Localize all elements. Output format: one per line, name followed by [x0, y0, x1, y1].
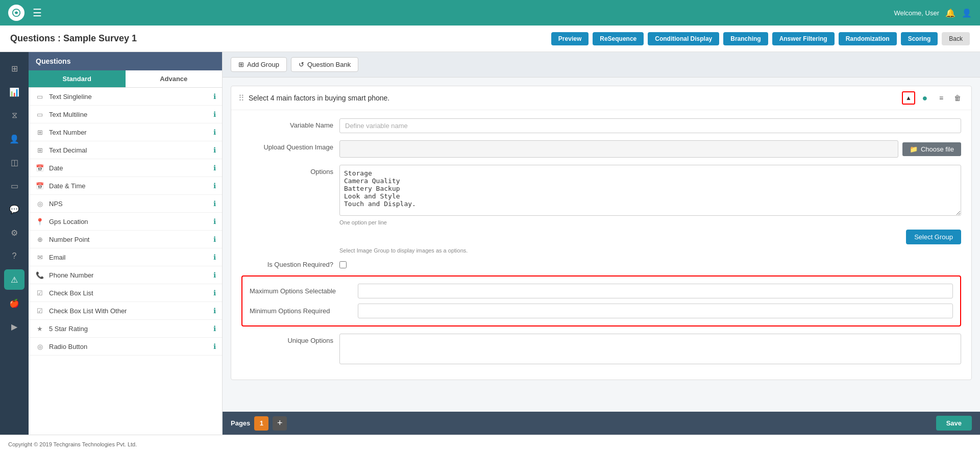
options-label: Options	[241, 165, 333, 175]
unique-options-label: Unique Options	[241, 334, 333, 344]
choose-file-button[interactable]: 📁 Choose file	[902, 142, 961, 156]
question-text: Select 4 main factors in buying smart ph…	[249, 94, 898, 102]
checkbox-other-icon: ☑	[35, 307, 45, 315]
nav-settings[interactable]: ⚙	[4, 222, 24, 243]
info-icon-date[interactable]: ℹ	[213, 164, 216, 172]
gps-label: Gps Location	[49, 218, 209, 225]
question-card: ⠿ Select 4 main factors in buying smart …	[231, 86, 972, 380]
nps-icon: ◎	[35, 200, 45, 208]
collapse-button[interactable]: ▲	[902, 91, 915, 105]
page-1-button[interactable]: 1	[254, 416, 268, 431]
variable-name-input[interactable]	[339, 118, 961, 133]
info-icon-phone[interactable]: ℹ	[213, 271, 216, 279]
nav-user[interactable]: 👤	[4, 129, 24, 149]
min-options-row: Minimum Options Required 4	[250, 304, 953, 318]
question-body: Variable Name Upload Question Image	[231, 110, 971, 380]
options-textarea[interactable]: Storage Camera Quality Battery Backup Lo…	[339, 165, 961, 216]
user-info: Welcome, User 🔔 👤	[894, 8, 972, 18]
copyright-text: Copyright © 2019 Techgrains Technologies…	[8, 441, 137, 447]
radio-icon: ◎	[35, 343, 45, 350]
add-page-button[interactable]: +	[273, 416, 287, 431]
nav-tablet[interactable]: ▭	[4, 175, 24, 196]
list-item[interactable]: ◎ Radio Button ℹ	[29, 338, 222, 356]
nav-reports[interactable]: 📊	[4, 82, 24, 102]
info-icon-decimal[interactable]: ℹ	[213, 146, 216, 154]
text-multiline-icon: ▭	[35, 111, 45, 118]
info-icon-checkbox-other[interactable]: ℹ	[213, 307, 216, 315]
user-avatar-icon[interactable]: 👤	[962, 8, 972, 18]
menu-icon[interactable]: ≡	[935, 91, 948, 105]
back-button[interactable]: Back	[942, 32, 970, 45]
nav-chat[interactable]: 💬	[4, 199, 24, 219]
nav-help[interactable]: ?	[4, 246, 24, 266]
info-icon-gps[interactable]: ℹ	[213, 217, 216, 225]
info-icon-numberpoint[interactable]: ℹ	[213, 235, 216, 243]
info-icon-star[interactable]: ℹ	[213, 324, 216, 333]
info-icon-singleline[interactable]: ℹ	[213, 92, 216, 100]
unique-options-input[interactable]	[339, 334, 961, 364]
resequence-button[interactable]: ReSequence	[593, 32, 644, 45]
list-item[interactable]: ◎ NPS ℹ	[29, 195, 222, 213]
list-item[interactable]: 📞 Phone Number ℹ	[29, 266, 222, 284]
list-item[interactable]: ⊞ Text Number ℹ	[29, 123, 222, 141]
notification-bell-icon[interactable]: 🔔	[945, 8, 955, 18]
nav-alert[interactable]: ⚠	[4, 269, 24, 290]
question-bank-button[interactable]: ↺ Question Bank	[291, 57, 358, 72]
branching-button[interactable]: Branching	[723, 32, 768, 45]
required-checkbox[interactable]	[339, 261, 347, 268]
variable-name-label: Variable Name	[241, 118, 333, 129]
randomization-button[interactable]: Randomization	[839, 32, 897, 45]
answer-filtering-button[interactable]: Answer Filtering	[772, 32, 835, 45]
list-item[interactable]: 📅 Date & Time ℹ	[29, 177, 222, 195]
max-options-label: Maximum Options Selectable	[250, 287, 352, 295]
toggle-green-icon[interactable]: ●	[918, 91, 932, 105]
info-icon-email[interactable]: ℹ	[213, 253, 216, 261]
info-icon-checkbox[interactable]: ℹ	[213, 289, 216, 297]
file-input-area[interactable]	[339, 140, 898, 158]
list-item[interactable]: ✉ Email ℹ	[29, 248, 222, 266]
pages-label: Pages	[231, 419, 250, 427]
add-group-button[interactable]: ⊞ Add Group	[231, 57, 287, 72]
tab-advance[interactable]: Advance	[126, 70, 223, 87]
info-icon-multiline[interactable]: ℹ	[213, 110, 216, 118]
list-item[interactable]: ☑ Check Box List ℹ	[29, 284, 222, 302]
info-icon-radio[interactable]: ℹ	[213, 342, 216, 350]
list-item[interactable]: ⊞ Text Decimal ℹ	[29, 141, 222, 159]
max-options-input[interactable]: 4	[358, 284, 953, 298]
delete-icon[interactable]: 🗑	[951, 91, 964, 105]
nav-layers[interactable]: ◫	[4, 152, 24, 172]
min-options-input[interactable]: 4	[358, 304, 953, 318]
email-label: Email	[49, 254, 209, 261]
min-options-label: Minimum Options Required	[250, 307, 352, 315]
email-icon: ✉	[35, 254, 45, 261]
info-icon-number[interactable]: ℹ	[213, 128, 216, 136]
page-title: Questions : Sample Survey 1	[10, 33, 137, 44]
hamburger-menu[interactable]: ☰	[33, 7, 42, 19]
nav-dashboard[interactable]: ⊞	[4, 58, 24, 79]
drag-handle-icon[interactable]: ⠿	[238, 93, 244, 103]
nav-filter[interactable]: ⧖	[4, 105, 24, 125]
info-icon-nps[interactable]: ℹ	[213, 199, 216, 208]
info-icon-datetime[interactable]: ℹ	[213, 182, 216, 190]
folder-icon: 📁	[910, 145, 918, 153]
list-item[interactable]: 📍 Gps Location ℹ	[29, 213, 222, 231]
conditional-display-button[interactable]: Conditional Display	[648, 32, 719, 45]
nps-label: NPS	[49, 200, 209, 208]
nav-play[interactable]: ▶	[4, 316, 24, 337]
list-item[interactable]: 📅 Date ℹ	[29, 159, 222, 177]
scoring-button[interactable]: Scoring	[901, 32, 938, 45]
list-item[interactable]: ★ 5 Star Rating ℹ	[29, 320, 222, 338]
preview-button[interactable]: Preview	[551, 32, 589, 45]
list-item[interactable]: ⊕ Number Point ℹ	[29, 231, 222, 248]
footer: Copyright © 2019 Techgrains Technologies…	[0, 435, 980, 453]
question-area: ⠿ Select 4 main factors in buying smart …	[223, 78, 980, 412]
nav-apple[interactable]: 🍎	[4, 293, 24, 313]
file-upload-row: 📁 Choose file	[339, 140, 961, 158]
save-button[interactable]: Save	[936, 416, 972, 431]
tab-standard[interactable]: Standard	[29, 70, 126, 87]
list-item[interactable]: ▭ Text Multiline ℹ	[29, 106, 222, 123]
list-item[interactable]: ☑ Check Box List With Other ℹ	[29, 302, 222, 320]
select-group-button[interactable]: Select Group	[906, 230, 961, 244]
list-item[interactable]: ▭ Text Singleline ℹ	[29, 88, 222, 106]
text-singleline-icon: ▭	[35, 93, 45, 100]
